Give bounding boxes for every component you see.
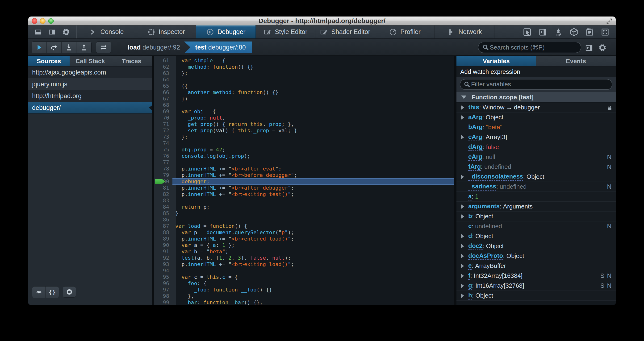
line-number[interactable]: 95 <box>154 274 172 280</box>
line-number[interactable]: 87 <box>154 223 172 229</box>
line-number[interactable]: 62 <box>154 64 172 70</box>
variable-value[interactable]: "beta" <box>486 124 502 131</box>
variable-name[interactable]: _disconsolateness <box>468 173 523 181</box>
variable-value[interactable]: false <box>486 144 499 151</box>
variable-name[interactable]: arguments <box>468 202 500 210</box>
variable-name[interactable]: f <box>468 272 470 280</box>
line-number[interactable]: 96 <box>154 280 172 286</box>
blackbox-eye-button[interactable] <box>32 286 46 298</box>
breadcrumb-frame[interactable]: test debugger/:80 <box>184 42 252 53</box>
line-number[interactable]: 70 <box>154 114 172 121</box>
variable-row[interactable]: this: Window → debugger <box>456 102 616 112</box>
line-number[interactable]: 92 <box>154 255 172 261</box>
line-number[interactable]: 72 <box>154 127 172 134</box>
variable-name[interactable]: h <box>468 292 472 300</box>
settings-gear-icon[interactable] <box>62 28 70 36</box>
tilt-3d-icon[interactable] <box>570 28 578 36</box>
tab-console[interactable]: Console <box>77 26 136 38</box>
breadcrumb-frame[interactable]: load debugger/:92 <box>122 42 186 53</box>
expand-arrow-icon[interactable] <box>461 105 464 110</box>
line-number[interactable]: 94 <box>154 268 172 274</box>
expand-arrow-icon[interactable] <box>461 135 464 140</box>
variable-value[interactable]: Object <box>486 242 504 250</box>
variable-name[interactable]: doc2 <box>468 242 483 250</box>
variable-value[interactable]: Object <box>486 114 504 121</box>
line-number[interactable]: 68 <box>154 102 172 108</box>
variable-value[interactable]: ArrayBuffer <box>475 262 506 270</box>
variable-row[interactable]: arguments: Arguments <box>456 202 616 212</box>
step-over-button[interactable] <box>47 42 62 53</box>
source-item[interactable]: jquery.min.js <box>28 78 152 90</box>
variable-name[interactable]: a <box>468 193 472 200</box>
pick-element-icon[interactable] <box>523 28 532 36</box>
tab-debugger[interactable]: Debugger <box>196 26 256 38</box>
debugger-settings-gear-icon[interactable] <box>598 44 607 52</box>
variable-name[interactable]: docAsProto <box>468 252 503 260</box>
line-number[interactable]: 90 <box>154 242 172 248</box>
tab-events[interactable]: Events <box>536 56 616 66</box>
tab-sources[interactable]: Sources <box>28 56 70 66</box>
variable-name[interactable]: eArg <box>468 153 482 161</box>
variable-name[interactable]: this <box>468 104 479 111</box>
variable-row[interactable]: eArg: nullN <box>456 152 616 162</box>
variable-row[interactable]: aArg: Object <box>456 112 616 122</box>
resume-button[interactable] <box>32 42 47 53</box>
variable-value[interactable]: Object <box>475 232 493 240</box>
right-panel-divider[interactable] <box>454 56 456 305</box>
line-number[interactable]: 73 <box>154 134 172 140</box>
line-number[interactable]: 98 <box>154 293 172 299</box>
toggle-breakpoints-button[interactable] <box>96 42 111 53</box>
pretty-print-button[interactable]: {} <box>46 286 59 298</box>
responsive-mode-icon[interactable] <box>600 28 610 36</box>
tab-call-stack[interactable]: Call Stack <box>70 56 111 66</box>
toggle-panel-icon[interactable] <box>585 44 593 52</box>
variable-name[interactable]: d <box>468 232 472 240</box>
source-item[interactable]: http://htmlpad.org <box>28 90 152 102</box>
expand-arrow-icon[interactable] <box>461 234 464 239</box>
tab-style-editor[interactable]: Style Editor <box>256 26 316 38</box>
tab-profiler[interactable]: Profiler <box>375 26 435 38</box>
variable-row[interactable]: e: ArrayBuffer <box>456 261 616 271</box>
line-number[interactable]: 86 <box>154 216 172 223</box>
variable-value[interactable]: Array[3] <box>486 134 507 141</box>
variable-name[interactable]: c <box>468 222 472 230</box>
variable-value[interactable]: Object <box>475 213 493 220</box>
line-number[interactable]: 91 <box>154 248 172 255</box>
line-number[interactable]: 85 <box>154 210 172 216</box>
search-scripts-input[interactable] <box>489 44 577 52</box>
paintbrush-icon[interactable] <box>554 28 563 36</box>
tab-inspector[interactable]: Inspector <box>136 26 196 38</box>
line-number[interactable]: 76 <box>154 153 172 159</box>
variable-name[interactable]: _sadness <box>468 183 496 190</box>
variable-value[interactable]: undefined <box>484 163 511 170</box>
expand-arrow-icon[interactable] <box>461 204 464 209</box>
expand-arrow-icon[interactable] <box>461 244 464 249</box>
dock-bottom-icon[interactable] <box>34 28 42 36</box>
tab-shader-editor[interactable]: Shader Editor <box>316 26 375 38</box>
variable-value[interactable]: undefined <box>475 222 502 230</box>
variable-name[interactable]: g <box>468 282 472 290</box>
scratchpad-icon[interactable] <box>585 28 594 36</box>
variable-value[interactable]: Window → debugger <box>483 104 540 111</box>
line-number[interactable]: 69 <box>154 108 172 114</box>
expand-arrow-icon[interactable] <box>461 254 464 259</box>
line-number[interactable]: 71 <box>154 121 172 127</box>
line-number[interactable]: 82 <box>154 191 172 198</box>
line-number[interactable]: 79 <box>154 172 172 178</box>
line-number[interactable]: 88 <box>154 229 172 236</box>
variable-value[interactable]: Object <box>526 173 544 180</box>
line-number[interactable]: 66 <box>154 89 172 96</box>
tab-network[interactable]: Network <box>435 26 494 38</box>
fullscreen-icon[interactable] <box>606 18 613 25</box>
line-number[interactable]: 97 <box>154 286 172 293</box>
expand-arrow-icon[interactable] <box>461 273 464 278</box>
scope-header[interactable]: Function scope [test] <box>456 92 616 102</box>
expand-arrow-icon[interactable] <box>461 293 464 298</box>
variable-value[interactable]: Int16Array[32768] <box>475 282 524 289</box>
source-item[interactable]: http://ajax.googleapis.com <box>28 66 152 78</box>
line-number[interactable]: 78 <box>154 166 172 172</box>
line-number[interactable]: 64 <box>154 76 172 83</box>
source-item[interactable]: debugger/ <box>28 102 152 114</box>
expand-arrow-icon[interactable] <box>461 115 464 120</box>
line-number[interactable]: 77 <box>154 159 172 166</box>
